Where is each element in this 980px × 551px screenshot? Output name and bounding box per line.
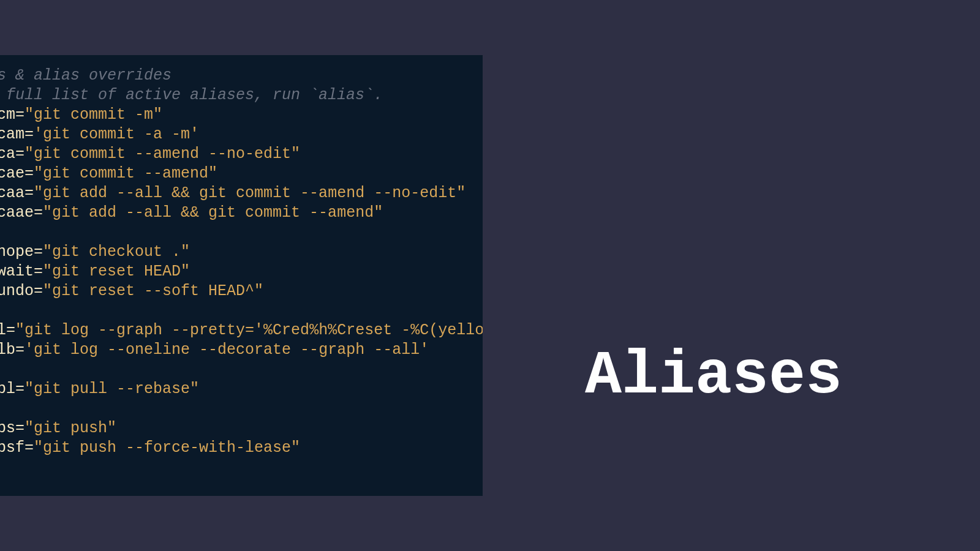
code-comment: r a full list of active aliases, run `al…: [0, 86, 483, 105]
alias-name: gca: [0, 145, 15, 163]
equals-sign: =: [15, 380, 24, 398]
alias-name: gpl: [0, 380, 15, 398]
equals-sign: =: [15, 419, 24, 437]
alias-value: "git push": [24, 419, 116, 437]
equals-sign: =: [15, 145, 24, 163]
blank-line: [0, 301, 483, 321]
alias-value: "git log --graph --pretty='%Cred%h%Crese…: [15, 321, 483, 339]
alias-line: s gwait="git reset HEAD": [0, 262, 483, 282]
alias-name: gcae: [0, 165, 24, 182]
alias-line: s gcm="git commit -m": [0, 105, 483, 125]
terminal-code-panel: ases & alias overrides r a full list of …: [0, 55, 483, 496]
equals-sign: =: [6, 321, 15, 339]
alias-value: 'git log --oneline --decorate --graph --…: [24, 341, 429, 359]
alias-line: s gcae="git commit --amend": [0, 164, 483, 184]
equals-sign: =: [34, 263, 43, 280]
equals-sign: =: [15, 341, 24, 359]
alias-line: s gundo="git reset --soft HEAD^": [0, 282, 483, 301]
alias-name: gcaae: [0, 204, 34, 222]
alias-line: s gl="git log --graph --pretty='%Cred%h%…: [0, 321, 483, 340]
blank-line: [0, 223, 483, 242]
alias-name: gwait: [0, 263, 34, 280]
equals-sign: =: [34, 204, 43, 222]
equals-sign: =: [34, 282, 43, 300]
title-line-1: Aliases: [585, 331, 842, 422]
alias-value: 'git commit -a -m': [34, 126, 199, 143]
alias-value: "git commit --amend --no-edit": [24, 145, 300, 163]
alias-name: gcam: [0, 126, 24, 143]
alias-value: "git commit -m": [24, 106, 162, 124]
alias-line: s gcaa="git add --all && git commit --am…: [0, 184, 483, 203]
alias-value: "git add --all && git commit --amend --n…: [34, 184, 466, 202]
equals-sign: =: [24, 439, 34, 457]
alias-line: s gpl="git pull --rebase": [0, 380, 483, 399]
alias-value: "git push --force-with-lease": [34, 439, 300, 457]
alias-name: glb: [0, 341, 15, 359]
alias-name: gcm: [0, 106, 15, 124]
alias-line: s glb='git log --oneline --decorate --gr…: [0, 340, 483, 360]
blank-line: [0, 360, 483, 380]
alias-name: gnope: [0, 243, 34, 261]
equals-sign: =: [24, 126, 34, 143]
alias-line: s gcam='git commit -a -m': [0, 125, 483, 144]
alias-line: s gpsf="git push --force-with-lease": [0, 438, 483, 458]
equals-sign: =: [24, 184, 34, 202]
alias-line: s gnope="git checkout .": [0, 242, 483, 262]
code-comment: ases & alias overrides: [0, 66, 483, 86]
alias-value: "git pull --rebase": [24, 380, 199, 398]
alias-value: "git checkout .": [43, 243, 190, 261]
alias-line: s gcaae="git add --all && git commit --a…: [0, 203, 483, 223]
alias-line: s gca="git commit --amend --no-edit": [0, 144, 483, 164]
alias-value: "git reset HEAD": [43, 263, 190, 280]
equals-sign: =: [15, 106, 24, 124]
hero-title: Aliases for Git: [585, 147, 842, 551]
alias-line: s gps="git push": [0, 419, 483, 438]
alias-name: gcaa: [0, 184, 24, 202]
alias-name: gps: [0, 419, 15, 437]
alias-value: "git commit --amend": [34, 165, 217, 182]
alias-value: "git add --all && git commit --amend": [43, 204, 383, 222]
alias-name: gpsf: [0, 439, 24, 457]
alias-value: "git reset --soft HEAD^": [43, 282, 263, 300]
alias-name: gl: [0, 321, 6, 339]
equals-sign: =: [34, 243, 43, 261]
equals-sign: =: [24, 165, 34, 182]
blank-line: [0, 399, 483, 419]
alias-name: gundo: [0, 282, 34, 300]
